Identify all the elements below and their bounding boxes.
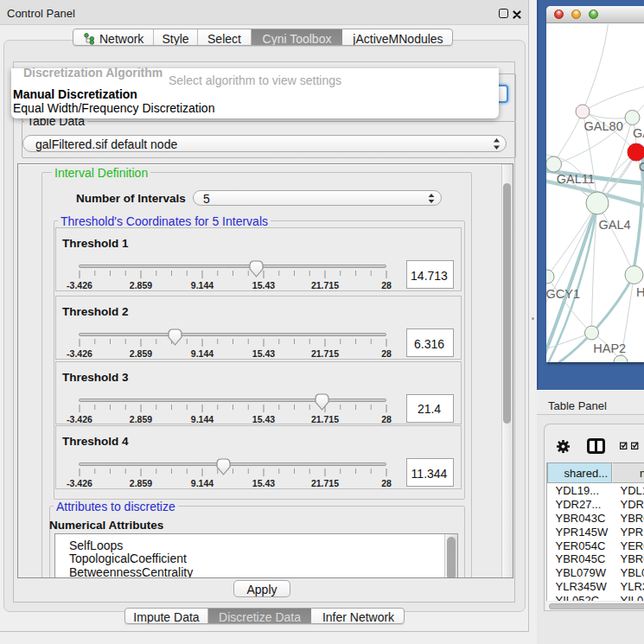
- svg-text:GAL11: GAL11: [557, 172, 595, 186]
- svg-text:CY: CY: [639, 160, 644, 174]
- svg-text:GAL80: GAL80: [584, 119, 623, 133]
- svg-text:GAL4: GAL4: [599, 218, 631, 232]
- svg-text:HAP2: HAP2: [593, 341, 626, 355]
- svg-text:GCY1: GCY1: [546, 287, 580, 301]
- svg-text:HIS: HIS: [636, 285, 644, 299]
- svg-text:GAL: GAL: [633, 126, 644, 140]
